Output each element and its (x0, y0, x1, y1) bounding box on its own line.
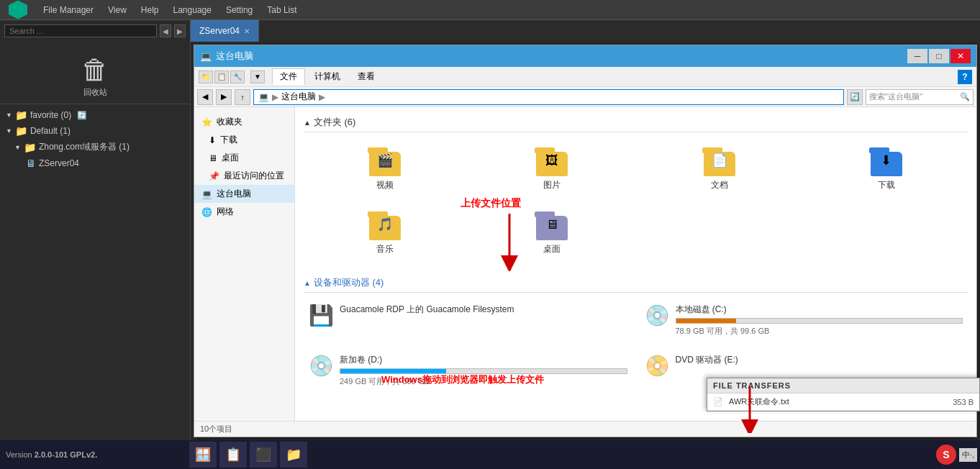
toolbar-tab-file[interactable]: 文件 (272, 68, 305, 85)
refresh-icon[interactable]: 🔄 (77, 111, 87, 120)
search-box[interactable]: 搜索"这台电脑" 🔍 (866, 89, 974, 105)
win-minimize-btn[interactable]: ─ (907, 49, 927, 63)
toolbar-tab-view[interactable]: 查看 (350, 68, 383, 85)
upload-location-annotation: 上传文件位置 (460, 197, 521, 210)
nav-prev-btn[interactable]: ◀ (160, 24, 171, 37)
win-maximize-btn[interactable]: □ (929, 49, 949, 63)
section-arrow-icon2: ▲ (304, 279, 311, 287)
arrow-icon: ▼ (6, 127, 12, 135)
device-name-dvd: DVD 驱动器 (E:) (676, 354, 738, 366)
menu-view[interactable]: View (101, 0, 134, 19)
menu-tab-list[interactable]: Tab List (260, 0, 304, 19)
sidebar-item-server[interactable]: 🖥 ZServer04 (0, 155, 190, 171)
dvd-drive-icon: 📀 (645, 354, 670, 378)
taskbar-terminal-btn[interactable]: ⬛ (250, 442, 277, 468)
folder-name-video: 视频 (376, 179, 394, 191)
menu-file-manager[interactable]: File Manager (36, 0, 101, 19)
desktop-icon: 🖥 (209, 153, 217, 163)
device-name-guacamole: Guacamole RDP 上的 Guacamole Filesystem (340, 304, 514, 316)
explorer-left-panel: ⭐ 收藏夹 ⬇ 下载 🖥 桌面 📌 最近访问的位置 💻 这台电脑 (194, 107, 295, 421)
panel-item-network[interactable]: 🌐 网络 (194, 203, 294, 221)
guacamole-drive-icon: 💾 (309, 304, 334, 327)
sidebar-label-server: ZServer04 (39, 158, 79, 168)
panel-item-desktop[interactable]: 🖥 桌面 (194, 149, 294, 167)
taskbar-copy-btn[interactable]: 📋 (219, 442, 247, 468)
version-text: Version 2.0.0-101 GPLv2. (3, 450, 186, 459)
ft-size-0: 353 B (953, 398, 974, 406)
search-input[interactable] (4, 24, 157, 37)
guacamole-logo: S (936, 445, 956, 465)
device-size-c: 78.9 GB 可用，共 99.6 GB (676, 326, 963, 337)
ft-file-icon: 📄 (713, 397, 723, 406)
folder-icon: 📁 (15, 125, 27, 137)
favorites-icon: ⭐ (201, 117, 212, 127)
new-volume-icon: 💿 (309, 354, 334, 378)
panel-label-network: 网络 (217, 206, 234, 218)
folder-item-video[interactable]: 🎬 视频 (304, 138, 466, 198)
folder-name-pictures: 图片 (543, 179, 561, 191)
toolbar-tab-computer[interactable]: 计算机 (307, 68, 348, 85)
folder-item-documents[interactable]: 📄 文档 (638, 138, 801, 198)
forward-btn[interactable]: ▶ (216, 89, 232, 105)
recycle-bin-label: 回收站 (83, 87, 107, 98)
drag-upload-annotation: Windows拖动到浏览器即触发上传文件 (381, 373, 544, 386)
folder-name-desktop2: 桌面 (543, 243, 561, 255)
panel-label-recent: 最近访问的位置 (224, 170, 284, 182)
explorer-title: 这台电脑 (216, 50, 253, 63)
menu-language[interactable]: Language (166, 0, 219, 19)
folder-item-downloads2[interactable]: ⬇ 下载 (805, 138, 968, 198)
nav-next-btn[interactable]: ▶ (174, 24, 186, 37)
recent-icon: 📌 (209, 171, 219, 181)
address-path[interactable]: 💻 ▶ 这台电脑 ▶ (253, 89, 844, 105)
panel-item-thispc[interactable]: 💻 这台电脑 (194, 185, 294, 203)
sidebar-item-default[interactable]: ▼ 📁 Default (1) (0, 123, 190, 139)
win-close-btn[interactable]: ✕ (950, 49, 971, 63)
up-btn[interactable]: ↑ (235, 89, 250, 105)
panel-label-desktop: 桌面 (222, 152, 239, 164)
device-name-d: 新加卷 (D:) (340, 354, 627, 366)
ime-indicator[interactable]: 中·, (959, 448, 977, 462)
folder-name-downloads2: 下载 (878, 179, 895, 191)
panel-item-recent[interactable]: 📌 最近访问的位置 (194, 167, 294, 185)
tab-zserver04[interactable]: ZServer04 ✕ (191, 20, 259, 42)
menu-setting[interactable]: Setting (219, 0, 260, 19)
devices-section-header[interactable]: ▲ 设备和驱动器 (4) (304, 273, 968, 293)
menu-help[interactable]: Help (134, 0, 166, 19)
section-arrow-icon: ▲ (304, 119, 311, 127)
explorer-titlebar: 💻 这台电脑 ─ □ ✕ (194, 45, 976, 67)
folder-item-music[interactable]: 🎵 音乐 (304, 202, 466, 262)
folder-item-pictures[interactable]: 🖼 图片 (471, 138, 633, 198)
panel-label-thispc: 这台电脑 (217, 188, 251, 200)
taskbar-start-btn[interactable]: 🪟 (189, 442, 217, 468)
back-btn[interactable]: ◀ (197, 89, 213, 105)
device-name-c: 本地磁盘 (C:) (676, 304, 963, 316)
sidebar-item-domain[interactable]: ▼ 📁 Zhong.com域服务器 (1) (0, 139, 190, 155)
downloads-icon: ⬇ (209, 135, 216, 145)
search-box-icon: 🔍 (960, 92, 970, 101)
search-box-placeholder: 搜索"这台电脑" (869, 91, 922, 102)
path-icon: 💻 (258, 92, 269, 102)
folder-icon: 📁 (15, 109, 27, 121)
tab-close-btn[interactable]: ✕ (244, 27, 250, 35)
device-item-c[interactable]: 💿 本地磁盘 (C:) 78.9 GB 可用，共 99.6 GB (640, 299, 968, 342)
panel-label-favorites: 收藏夹 (217, 116, 242, 128)
folders-section-label: 文件夹 (6) (314, 116, 356, 129)
refresh-btn[interactable]: 🔄 (847, 89, 863, 105)
device-item-guacamole[interactable]: 💾 Guacamole RDP 上的 Guacamole Filesystem (304, 299, 632, 342)
app-logo (0, 1, 36, 19)
thispc-icon: 💻 (201, 189, 212, 199)
device-bar-c (676, 319, 736, 323)
taskbar-folder-btn[interactable]: 📁 (280, 442, 307, 468)
local-disk-icon: 💿 (645, 304, 670, 327)
devices-section-label: 设备和驱动器 (4) (314, 276, 384, 289)
folder-name-music: 音乐 (376, 243, 394, 255)
sidebar-item-favorite[interactable]: ▼ 📁 favorite (0) 🔄 (0, 107, 190, 123)
upload-arrow-svg (495, 214, 524, 271)
help-btn[interactable]: ? (958, 70, 972, 84)
address-bar: ◀ ▶ ↑ 💻 ▶ 这台电脑 ▶ 🔄 搜索"这台电脑" 🔍 (194, 87, 976, 107)
folder-icon: 📁 (24, 142, 36, 153)
panel-item-favorites[interactable]: ⭐ 收藏夹 (194, 113, 294, 131)
path-text: 这台电脑 (281, 91, 316, 103)
panel-item-downloads[interactable]: ⬇ 下载 (194, 131, 294, 149)
folders-section-header[interactable]: ▲ 文件夹 (6) (304, 113, 968, 132)
